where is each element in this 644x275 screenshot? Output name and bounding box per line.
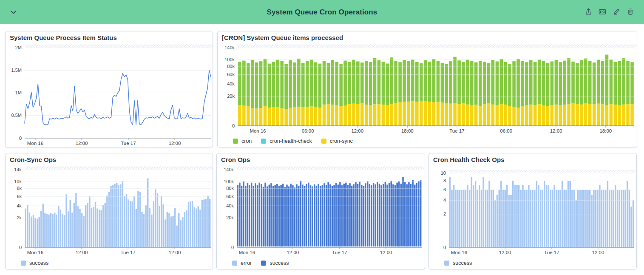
chart-canvas[interactable]: 14k10k8k6k4k2k0Mon 1612:00Tue 1712:00 bbox=[6, 166, 213, 258]
legend-item-error[interactable]: error bbox=[232, 260, 252, 266]
svg-text:12:00: 12:00 bbox=[287, 250, 299, 255]
svg-text:12:00: 12:00 bbox=[592, 250, 604, 255]
panel-title[interactable]: [CRON] System Queue items processed bbox=[218, 31, 637, 44]
svg-text:0: 0 bbox=[232, 123, 235, 128]
svg-text:12:00: 12:00 bbox=[169, 250, 181, 255]
legend-item-success[interactable]: success bbox=[21, 260, 48, 266]
svg-text:0.5M: 0.5M bbox=[11, 113, 22, 118]
chart-canvas[interactable]: 1086420Mon 1612:00Tue 1712:00 bbox=[429, 166, 637, 258]
edit-icon bbox=[613, 8, 620, 17]
svg-text:Tue 17: Tue 17 bbox=[121, 141, 136, 146]
legend-label: success bbox=[29, 260, 48, 266]
chart-legend: success bbox=[444, 260, 472, 266]
svg-text:2k: 2k bbox=[17, 215, 22, 220]
svg-text:Mon 16: Mon 16 bbox=[27, 141, 43, 146]
chevron-down-icon bbox=[11, 9, 16, 15]
dashboard-title: System Queue Cron Operations bbox=[0, 8, 644, 17]
chart-canvas[interactable]: 140k100k80k60k40k20k0Mon 1606:0012:0018:… bbox=[218, 44, 637, 136]
svg-text:40k: 40k bbox=[226, 203, 234, 208]
legend-swatch bbox=[233, 139, 238, 144]
svg-text:14k: 14k bbox=[14, 167, 22, 172]
svg-text:80k: 80k bbox=[227, 64, 235, 69]
svg-text:Tue 17: Tue 17 bbox=[449, 128, 464, 133]
edit-button[interactable] bbox=[612, 8, 621, 17]
chart-legend: success bbox=[21, 260, 48, 266]
svg-text:12:00: 12:00 bbox=[76, 250, 88, 255]
svg-text:10k: 10k bbox=[14, 179, 22, 184]
svg-text:12:00: 12:00 bbox=[499, 250, 511, 255]
chart-canvas[interactable]: 2M1.5M1M0.5M0Mon 1612:00Tue 1712:00 bbox=[6, 44, 213, 147]
delete-button[interactable] bbox=[626, 8, 635, 17]
legend-item-cron-health-check[interactable]: cron-health-check bbox=[261, 138, 312, 144]
svg-text:1M: 1M bbox=[15, 90, 22, 95]
svg-text:18:00: 18:00 bbox=[401, 128, 414, 133]
legend-swatch bbox=[321, 139, 326, 144]
panel-title[interactable]: Cron-Sync Ops bbox=[6, 153, 213, 166]
legend-swatch bbox=[444, 261, 449, 266]
header-actions bbox=[584, 8, 635, 17]
legend-label: success bbox=[453, 260, 472, 266]
svg-text:18:00: 18:00 bbox=[599, 128, 612, 133]
legend-label: success bbox=[270, 260, 289, 266]
svg-text:20k: 20k bbox=[227, 94, 235, 99]
svg-text:60k: 60k bbox=[227, 72, 235, 77]
svg-text:2M: 2M bbox=[15, 45, 22, 50]
svg-text:140k: 140k bbox=[224, 167, 234, 172]
svg-text:2: 2 bbox=[443, 211, 446, 216]
svg-text:0: 0 bbox=[231, 245, 234, 250]
svg-text:6k: 6k bbox=[17, 194, 22, 199]
panel-items-processed: [CRON] System Queue items processed 140k… bbox=[217, 31, 637, 147]
svg-text:12:00: 12:00 bbox=[380, 250, 392, 255]
svg-text:60k: 60k bbox=[226, 194, 234, 199]
chart-canvas[interactable]: 140k100k80k60k40k20k0Mon 1612:00Tue 1712… bbox=[217, 166, 424, 258]
svg-text:0: 0 bbox=[443, 245, 446, 250]
legend-label: cron bbox=[241, 138, 252, 144]
chart-legend: error success bbox=[232, 260, 289, 266]
svg-text:12:00: 12:00 bbox=[169, 141, 181, 146]
svg-text:6: 6 bbox=[443, 187, 446, 192]
svg-text:100k: 100k bbox=[224, 57, 235, 62]
svg-text:12:00: 12:00 bbox=[550, 128, 562, 133]
panel-cron-sync-ops: Cron-Sync Ops 14k10k8k6k4k2k0Mon 1612:00… bbox=[5, 153, 213, 269]
svg-text:8: 8 bbox=[443, 178, 446, 183]
svg-text:20k: 20k bbox=[226, 215, 234, 220]
dashboard-header: System Queue Cron Operations bbox=[0, 0, 644, 24]
svg-text:06:00: 06:00 bbox=[500, 128, 512, 133]
svg-text:Mon 16: Mon 16 bbox=[239, 250, 255, 255]
legend-swatch bbox=[261, 261, 266, 266]
svg-text:100k: 100k bbox=[224, 179, 234, 184]
collapse-button[interactable] bbox=[9, 9, 17, 16]
svg-text:0: 0 bbox=[19, 245, 22, 250]
svg-text:10: 10 bbox=[441, 170, 446, 176]
svg-text:8k: 8k bbox=[17, 186, 22, 191]
legend-item-cron-sync[interactable]: cron-sync bbox=[321, 138, 353, 144]
trash-icon bbox=[627, 8, 634, 17]
share-button[interactable] bbox=[584, 8, 593, 17]
legend-item-success[interactable]: success bbox=[444, 260, 472, 266]
panel-title[interactable]: System Queue Process Item Status bbox=[6, 31, 213, 44]
svg-text:Mon 16: Mon 16 bbox=[27, 250, 43, 255]
legend-label: error bbox=[241, 260, 252, 266]
legend-swatch bbox=[21, 261, 26, 266]
chart-legend: cron cron-health-check cron-sync bbox=[233, 138, 353, 144]
panel-cron-health-check-ops: Cron Health Check Ops 1086420Mon 1612:00… bbox=[428, 153, 637, 269]
svg-text:12:00: 12:00 bbox=[76, 141, 88, 146]
legend-swatch bbox=[232, 261, 237, 266]
legend-label: cron-health-check bbox=[270, 138, 312, 144]
panel-title[interactable]: Cron Ops bbox=[217, 153, 425, 166]
legend-swatch bbox=[261, 139, 266, 144]
svg-text:Tue 17: Tue 17 bbox=[332, 250, 347, 255]
svg-text:1.5M: 1.5M bbox=[11, 68, 22, 73]
svg-text:Tue 17: Tue 17 bbox=[544, 250, 559, 255]
svg-text:4k: 4k bbox=[17, 203, 22, 208]
svg-text:Mon 16: Mon 16 bbox=[451, 250, 467, 255]
svg-text:12:00: 12:00 bbox=[351, 128, 363, 133]
legend-item-success[interactable]: success bbox=[261, 260, 289, 266]
svg-text:40k: 40k bbox=[227, 81, 235, 86]
panel-title[interactable]: Cron Health Check Ops bbox=[429, 153, 636, 166]
panel-process-item-status: System Queue Process Item Status 2M1.5M1… bbox=[5, 31, 213, 147]
legend-item-cron[interactable]: cron bbox=[233, 138, 252, 144]
copy-to-dashboard-button[interactable] bbox=[598, 8, 607, 17]
svg-text:140k: 140k bbox=[224, 45, 235, 50]
share-icon bbox=[585, 8, 592, 17]
